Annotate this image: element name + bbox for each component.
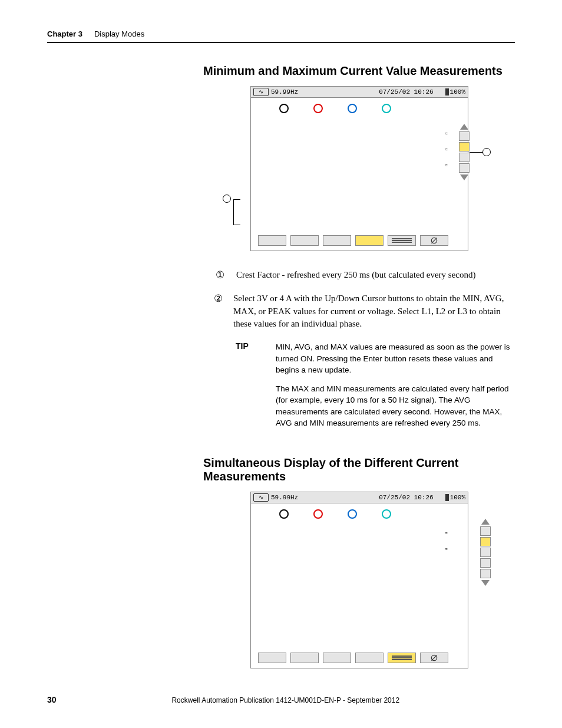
selector-item[interactable] (459, 163, 470, 173)
phase-circle-neutral (279, 509, 289, 519)
callout-number-2: ② (214, 292, 223, 305)
selector-item[interactable] (480, 558, 491, 568)
callout-text-1: Crest Factor - refreshed every 250 ms (b… (236, 269, 476, 282)
status-battery-2: 100% (450, 494, 465, 501)
phase-circle-l3 (382, 104, 391, 113)
softkey-2[interactable] (290, 235, 319, 246)
callout-line (470, 152, 482, 153)
softkey-row (258, 235, 448, 246)
phase-circle-l1 (313, 104, 323, 113)
selector-up-icon[interactable] (460, 124, 468, 130)
status-datetime: 07/25/02 10:26 (379, 88, 433, 95)
status-freq: 59.99Hz (271, 88, 298, 95)
tip-block: TIP MIN, AVG, and MAX values are measure… (236, 341, 515, 436)
phase-circle-l1 (313, 509, 323, 519)
softkey-6[interactable] (420, 235, 448, 246)
status-bar-2: ∿ 59.99Hz 07/25/02 10:26 100% (250, 492, 468, 503)
selector-item[interactable] (459, 153, 470, 162)
vertical-selector-1 (459, 124, 491, 180)
page-footer: 30 Rockwell Automation Publication 1412-… (47, 695, 515, 704)
chapter-label: Chapter 3 (47, 29, 82, 38)
publication-info: Rockwell Automation Publication 1412-UM0… (57, 696, 515, 704)
phase-circle-l3 (382, 509, 391, 519)
wave-icon: ∿ (253, 88, 269, 96)
softkey-3[interactable] (323, 235, 351, 246)
page-number: 30 (47, 695, 57, 704)
status-battery: 100% (450, 88, 465, 95)
axis-labels-2: ≈ ≈ (445, 531, 448, 552)
callout-text-2: Select 3V or 4 A with the Up/Down Cursor… (233, 292, 515, 331)
softkey-row-2 (258, 653, 448, 663)
tip-paragraph-1: MIN, AVG, and MAX values are measured as… (276, 341, 511, 376)
wave-icon: ∿ (253, 493, 269, 502)
tip-paragraph-2: The MAX and MIN measurements are calcula… (276, 383, 511, 429)
softkey-5[interactable] (388, 653, 416, 663)
section-title-2: Simultaneous Display of the Different Cu… (203, 456, 515, 483)
chapter-title: Display Modes (94, 29, 144, 38)
status-freq-2: 59.99Hz (271, 494, 298, 501)
phase-circle-neutral (279, 104, 289, 113)
status-datetime-2: 07/25/02 10:26 (379, 494, 433, 501)
softkey-3[interactable] (323, 653, 351, 663)
tip-label: TIP (236, 341, 259, 436)
vertical-selector-2 (480, 519, 491, 586)
device-screenshot-1: ∿ 59.99Hz 07/25/02 10:26 100% ≈ ≈ ≈ (250, 86, 468, 251)
softkey-1[interactable] (258, 653, 286, 663)
selector-item-selected[interactable] (480, 537, 491, 546)
battery-icon (445, 88, 449, 95)
tip-text: MIN, AVG, and MAX values are measured as… (276, 341, 511, 436)
selector-item[interactable] (459, 131, 470, 141)
softkey-6[interactable] (420, 653, 448, 663)
battery-icon (445, 494, 449, 501)
device-screenshot-2: ∿ 59.99Hz 07/25/02 10:26 100% ≈ ≈ (250, 492, 468, 668)
callout-list: ① Crest Factor - refreshed every 250 ms … (214, 269, 515, 331)
header-rule (47, 42, 515, 43)
softkey-4[interactable] (355, 653, 384, 663)
phase-circles-2 (279, 509, 391, 519)
axis-l1: ≈ (445, 131, 448, 136)
selector-up-icon[interactable] (481, 519, 490, 525)
axis-l2: ≈ (445, 147, 448, 152)
phase-circles (279, 104, 391, 113)
axis-labels: ≈ ≈ ≈ (445, 131, 448, 168)
phase-circle-l2 (348, 509, 357, 519)
selector-item[interactable] (480, 569, 491, 578)
selector-down-icon[interactable] (481, 580, 490, 586)
selector-down-icon[interactable] (460, 174, 468, 180)
selector-item-selected[interactable] (459, 142, 470, 151)
callout-1-marker (482, 148, 491, 156)
axis-l1: ≈ (445, 531, 448, 536)
softkey-2[interactable] (290, 653, 319, 663)
axis-l2: ≈ (445, 546, 448, 552)
softkey-4[interactable] (355, 235, 384, 246)
softkey-5[interactable] (388, 235, 416, 246)
axis-l3: ≈ (445, 163, 448, 168)
status-bar: ∿ 59.99Hz 07/25/02 10:26 100% (250, 86, 468, 98)
section-title-1: Minimum and Maximum Current Value Measur… (203, 64, 515, 78)
selector-item[interactable] (480, 526, 491, 536)
callout-number-1: ① (214, 269, 226, 281)
selector-item[interactable] (480, 548, 491, 557)
phase-circle-l2 (348, 104, 357, 113)
page-header: Chapter 3 Display Modes (47, 29, 515, 38)
softkey-1[interactable] (258, 235, 286, 246)
callout-2-pointer (223, 195, 240, 225)
